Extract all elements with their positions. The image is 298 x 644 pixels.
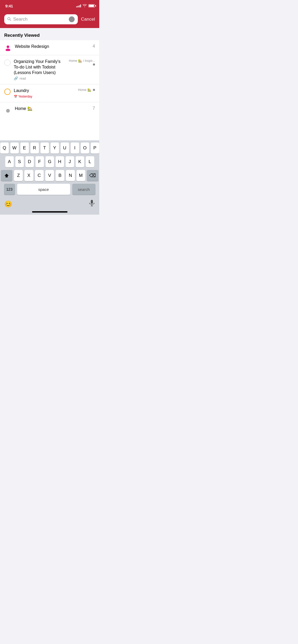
search-placeholder: Search (13, 17, 67, 22)
item-content: Website Redesign (15, 44, 89, 49)
search-key[interactable]: search (72, 184, 96, 195)
key-l[interactable]: L (86, 156, 94, 167)
key-p[interactable]: P (91, 142, 99, 154)
keyboard: Q W E R T Y U I O P A S D F G H J K L (0, 140, 99, 215)
list-item[interactable]: Home 🏡 7 (0, 102, 99, 117)
key-n[interactable]: N (66, 170, 75, 181)
wifi-icon (83, 4, 87, 8)
keyboard-row-3: Z X C V B N M ⌫ (1, 170, 98, 181)
item-project: Home 🏡 (78, 88, 91, 92)
home-bar (32, 211, 67, 213)
task-checkbox[interactable] (4, 59, 11, 66)
calendar-icon: 📅 (14, 95, 17, 98)
emoji-button[interactable]: 😊 (4, 200, 12, 208)
key-y[interactable]: Y (51, 142, 59, 154)
person-pink-icon (4, 44, 11, 51)
key-q[interactable]: Q (0, 142, 9, 154)
project-icon (4, 44, 12, 51)
key-f[interactable]: F (35, 156, 44, 167)
space-key[interactable]: space (17, 184, 70, 195)
svg-rect-4 (91, 200, 93, 204)
list-item[interactable]: Organizing Your Family's To-do List with… (0, 55, 99, 84)
microphone-button[interactable] (89, 200, 95, 209)
key-j[interactable]: J (66, 156, 74, 167)
item-title: Website Redesign (15, 44, 49, 49)
numbers-label: 123 (6, 187, 12, 191)
key-z[interactable]: Z (14, 170, 23, 181)
search-icon (7, 17, 11, 22)
svg-point-2 (7, 45, 9, 48)
keyboard-accessory-bar: 😊 (0, 197, 99, 210)
section-title: Recently Viewed (4, 33, 40, 38)
list-item[interactable]: Laundry 📅 Yesterday Home 🏡 (0, 84, 99, 102)
item-right: Home 🏡 (78, 88, 95, 92)
key-o[interactable]: O (81, 142, 89, 154)
key-w[interactable]: W (10, 142, 19, 154)
list-item[interactable]: Website Redesign 4 (0, 40, 99, 55)
status-bar: 9:41 (0, 0, 99, 12)
key-c[interactable]: C (35, 170, 44, 181)
item-count: 4 (93, 44, 95, 49)
status-icons (76, 4, 95, 8)
link-icon: 🔗 (14, 76, 18, 80)
item-title: Laundry (14, 88, 29, 93)
item-date: 📅 Yesterday (14, 95, 32, 98)
search-label: search (78, 187, 90, 192)
priority-dot (93, 63, 95, 66)
key-k[interactable]: K (76, 156, 84, 167)
svg-line-1 (10, 20, 11, 21)
key-g[interactable]: G (46, 156, 54, 167)
keyboard-row-2: A S D F G H J K L (1, 156, 98, 167)
space-label: space (38, 187, 49, 192)
key-u[interactable]: U (61, 142, 69, 154)
project-dot-icon (4, 106, 12, 113)
key-b[interactable]: B (56, 170, 64, 181)
search-header: Search Cancel (0, 12, 99, 28)
item-meta: 📅 Yesterday (14, 95, 75, 98)
status-time: 9:41 (5, 4, 13, 8)
recently-viewed-list: Website Redesign 4 Organizing Your Famil… (0, 40, 99, 117)
item-right: Home 🏡 / Inspir... (69, 59, 95, 66)
item-title: Home 🏡 (15, 106, 33, 111)
cancel-button[interactable]: Cancel (81, 17, 95, 22)
search-bar[interactable]: Search (4, 14, 78, 24)
item-title: Organizing Your Family's To-do List with… (14, 59, 60, 75)
battery-icon (88, 4, 95, 7)
task-checkbox-orange[interactable] (4, 89, 11, 95)
key-i[interactable]: I (71, 142, 79, 154)
item-project: Home 🏡 / Inspir... (69, 59, 95, 63)
item-content: Laundry 📅 Yesterday (14, 88, 75, 98)
key-e[interactable]: E (20, 142, 29, 154)
priority-dot (93, 89, 95, 91)
svg-point-3 (6, 49, 10, 51)
keyboard-row-1: Q W E R T Y U I O P (1, 142, 98, 154)
search-cursor (69, 16, 75, 22)
key-v[interactable]: V (45, 170, 54, 181)
key-t[interactable]: T (40, 142, 49, 154)
numbers-key[interactable]: 123 (4, 184, 15, 195)
delete-key[interactable]: ⌫ (87, 170, 98, 181)
item-meta: 🔗 read (14, 76, 66, 80)
item-right: 4 (93, 44, 95, 49)
shift-key[interactable] (1, 170, 12, 181)
item-count: 7 (93, 106, 95, 111)
section-header: Recently Viewed (0, 28, 99, 40)
key-a[interactable]: A (5, 156, 14, 167)
home-indicator (0, 210, 99, 215)
item-right: 7 (93, 106, 95, 111)
key-h[interactable]: H (56, 156, 64, 167)
key-m[interactable]: M (76, 170, 85, 181)
key-d[interactable]: D (25, 156, 34, 167)
item-content: Home 🏡 (15, 106, 89, 112)
item-content: Organizing Your Family's To-do List with… (14, 59, 66, 80)
signal-icon (76, 4, 81, 7)
key-x[interactable]: X (24, 170, 33, 181)
key-s[interactable]: S (15, 156, 24, 167)
key-r[interactable]: R (30, 142, 39, 154)
item-tag: read (20, 77, 26, 80)
keyboard-row-4: 123 space search (1, 184, 98, 195)
